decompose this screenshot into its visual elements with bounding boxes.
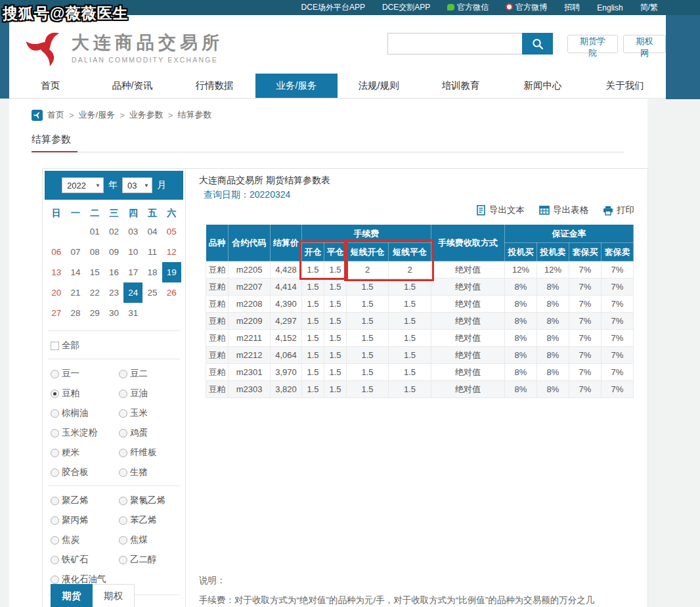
variety-radio[interactable]: 玉米淀粉 bbox=[51, 427, 119, 439]
calendar-day[interactable]: 11 bbox=[142, 242, 162, 262]
dce-logo[interactable]: 大连商品交易所 DALIAN COMMODITY EXCHANGE bbox=[26, 28, 223, 66]
nav-item[interactable]: 培训教育 bbox=[420, 74, 502, 98]
variety-radio[interactable]: 铁矿石 bbox=[51, 554, 119, 566]
variety-radio[interactable]: 聚氯乙烯 bbox=[119, 495, 185, 506]
topbar-link[interactable]: 招聘 bbox=[564, 2, 580, 13]
variety-radio[interactable]: 聚丙烯 bbox=[51, 514, 119, 526]
calendar-day[interactable]: 30 bbox=[104, 303, 123, 323]
search-button[interactable] bbox=[522, 33, 553, 55]
calendar-day[interactable]: 23 bbox=[104, 282, 123, 303]
breadcrumb-home-icon[interactable] bbox=[32, 110, 43, 121]
calendar-day[interactable]: 05 bbox=[162, 221, 181, 242]
calendar-day[interactable]: 20 bbox=[47, 282, 66, 303]
calendar-day[interactable]: 22 bbox=[85, 282, 104, 303]
calendar-day[interactable]: 25 bbox=[142, 282, 162, 303]
calendar-day[interactable]: 18 bbox=[142, 262, 162, 282]
calendar-day[interactable]: 04 bbox=[142, 221, 162, 242]
calendar-day[interactable]: 09 bbox=[104, 242, 123, 262]
variety-radio[interactable]: 生猪 bbox=[119, 466, 185, 478]
variety-radio-label: 玉米 bbox=[130, 407, 148, 419]
variety-radio[interactable]: 豆一 bbox=[51, 368, 119, 380]
calendar-day[interactable]: 21 bbox=[66, 282, 85, 303]
radio-icon bbox=[51, 536, 59, 545]
table-cell: 豆粕 bbox=[206, 364, 229, 381]
column-subheader: 投机买 bbox=[505, 243, 537, 261]
topbar-link[interactable]: 简/繁 bbox=[640, 2, 658, 13]
breadcrumb-item[interactable]: 业务参数 bbox=[129, 109, 164, 121]
nav-item[interactable]: 首页 bbox=[9, 74, 91, 98]
printer-icon bbox=[603, 206, 613, 215]
breadcrumb-item[interactable]: 结算参数 bbox=[177, 109, 211, 121]
calendar-day[interactable]: 17 bbox=[123, 262, 142, 282]
calendar-day[interactable]: 01 bbox=[85, 221, 104, 242]
calendar-day[interactable]: 31 bbox=[123, 303, 142, 323]
calendar-day[interactable]: 03 bbox=[123, 221, 142, 242]
variety-radio[interactable]: 聚乙烯 bbox=[51, 495, 119, 506]
variety-radio[interactable]: 乙二醇 bbox=[119, 554, 185, 566]
calendar-day[interactable]: 28 bbox=[66, 303, 85, 323]
radio-icon bbox=[119, 409, 127, 418]
breadcrumb-item[interactable]: 首页 bbox=[47, 109, 64, 121]
column-subheader: 开仓 bbox=[302, 243, 324, 261]
variety-radio[interactable]: 焦煤 bbox=[119, 534, 185, 546]
main-content-area: 首页>业务/服务>业务参数>结算参数 结算参数 2022 ▼ 年 03 ▼ 月 … bbox=[9, 99, 647, 607]
calendar-day[interactable]: 06 bbox=[47, 242, 66, 262]
variety-radio[interactable]: 焦炭 bbox=[51, 534, 119, 546]
tab-futures[interactable]: 期货 bbox=[51, 584, 93, 607]
year-select[interactable]: 2022 ▼ bbox=[62, 177, 104, 193]
nav-item[interactable]: 业务/服务 bbox=[255, 74, 338, 98]
calendar-day[interactable]: 13 bbox=[47, 262, 66, 282]
export-action[interactable]: 打印 bbox=[603, 204, 634, 216]
topbar-link-label: 招聘 bbox=[564, 2, 580, 13]
calendar-day[interactable]: 27 bbox=[47, 303, 66, 323]
topbar-link[interactable]: 官方微信 bbox=[447, 2, 489, 13]
calendar-day[interactable]: 16 bbox=[104, 262, 123, 282]
nav-item[interactable]: 新闻中心 bbox=[502, 74, 584, 98]
search-input[interactable] bbox=[387, 33, 522, 55]
nav-item[interactable]: 行情数据 bbox=[173, 74, 255, 98]
variety-radio[interactable]: 纤维板 bbox=[119, 447, 185, 459]
calendar-day[interactable]: 26 bbox=[162, 282, 181, 303]
variety-radio[interactable]: 豆二 bbox=[119, 368, 185, 380]
calendar-day[interactable]: 12 bbox=[162, 242, 181, 262]
table-cell: 1.5 bbox=[324, 347, 347, 364]
tab-options[interactable]: 期权 bbox=[93, 584, 135, 607]
variety-radio[interactable]: 鸡蛋 bbox=[119, 427, 185, 439]
export-action[interactable]: 导出表格 bbox=[539, 204, 588, 216]
topbar-link[interactable]: DCE交割APP bbox=[382, 2, 430, 13]
month-select[interactable]: 03 ▼ bbox=[122, 177, 152, 193]
calendar-day[interactable]: 15 bbox=[85, 262, 104, 282]
calendar-day[interactable]: 24 bbox=[123, 282, 142, 303]
topbar-link[interactable]: DCE场外平台APP bbox=[301, 2, 365, 13]
export-action-label: 打印 bbox=[617, 204, 634, 216]
calendar-day[interactable]: 10 bbox=[123, 242, 142, 262]
nav-item[interactable]: 品种/资讯 bbox=[91, 74, 173, 98]
quick-link-button[interactable]: 期权网 bbox=[623, 35, 666, 53]
nav-item[interactable]: 法规/规则 bbox=[338, 74, 420, 98]
all-checkbox-row[interactable]: 全部 bbox=[51, 340, 185, 351]
variety-radio[interactable]: 豆油 bbox=[119, 388, 185, 399]
calendar-day[interactable]: 07 bbox=[66, 242, 85, 262]
calendar-day[interactable]: 02 bbox=[104, 221, 123, 242]
variety-radio[interactable]: 粳米 bbox=[51, 447, 119, 459]
topbar-link[interactable]: English bbox=[597, 3, 623, 12]
table-cell: 绝对值 bbox=[431, 381, 505, 398]
calendar-day[interactable]: 29 bbox=[85, 303, 104, 323]
quick-link-button[interactable]: 期货学院 bbox=[567, 35, 618, 53]
variety-radio[interactable]: 豆粕 bbox=[51, 388, 119, 399]
breadcrumb-item[interactable]: 业务/服务 bbox=[79, 109, 116, 121]
variety-radio[interactable]: 胶合板 bbox=[51, 466, 119, 478]
variety-radio[interactable]: 玉米 bbox=[119, 407, 185, 419]
calendar-day[interactable]: 19 bbox=[162, 262, 181, 282]
topbar-link[interactable]: 官方微博 bbox=[506, 2, 547, 13]
variety-radio-label: 豆油 bbox=[130, 388, 148, 399]
logo-name-en: DALIAN COMMODITY EXCHANGE bbox=[72, 56, 223, 64]
radio-icon bbox=[51, 575, 59, 584]
export-action[interactable]: 导出文本 bbox=[476, 204, 525, 216]
calendar-day[interactable]: 14 bbox=[66, 262, 85, 282]
variety-radio[interactable]: 苯乙烯 bbox=[119, 514, 185, 526]
table-cell: 4,297 bbox=[271, 313, 302, 330]
calendar-day[interactable]: 08 bbox=[85, 242, 104, 262]
nav-item[interactable]: 关于我们 bbox=[584, 74, 666, 98]
variety-radio[interactable]: 棕榈油 bbox=[51, 407, 119, 419]
